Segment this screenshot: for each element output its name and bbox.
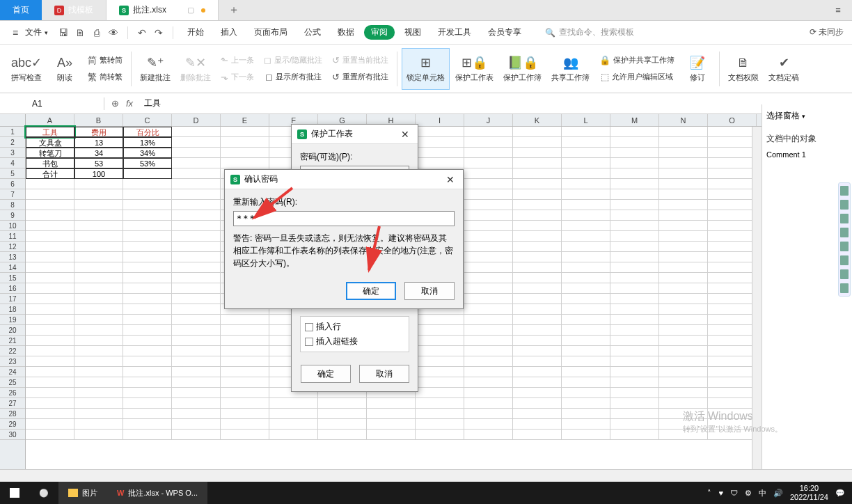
cell[interactable] xyxy=(708,242,757,252)
cell[interactable] xyxy=(123,367,172,377)
cell[interactable] xyxy=(464,252,513,262)
cell[interactable] xyxy=(26,304,74,315)
cell[interactable] xyxy=(562,367,610,377)
redo-icon[interactable]: ↷ xyxy=(152,26,166,40)
cell[interactable] xyxy=(26,283,74,294)
cell[interactable] xyxy=(708,179,757,189)
cell[interactable] xyxy=(26,367,74,377)
taskbar-pictures[interactable]: 图片 xyxy=(58,482,107,504)
row-header[interactable]: 25 xyxy=(0,377,25,388)
cell[interactable] xyxy=(123,409,172,419)
cell[interactable] xyxy=(464,168,513,179)
protect-book-button[interactable]: 📗🔒保护工作簿 xyxy=(499,48,546,90)
cell[interactable] xyxy=(464,419,513,430)
cell[interactable] xyxy=(562,262,610,273)
cell[interactable] xyxy=(74,346,123,356)
cell[interactable] xyxy=(26,262,74,273)
cell[interactable] xyxy=(464,148,513,158)
cell[interactable]: 工具 xyxy=(26,127,74,137)
cell[interactable]: 100 xyxy=(74,168,123,179)
cell[interactable] xyxy=(464,262,513,273)
cell[interactable] xyxy=(464,325,513,336)
cell[interactable] xyxy=(562,283,610,294)
row-header[interactable]: 23 xyxy=(0,356,25,367)
cell[interactable] xyxy=(123,242,172,252)
undo-icon[interactable]: ↶ xyxy=(135,26,149,40)
cell[interactable] xyxy=(659,294,708,304)
cell[interactable] xyxy=(123,252,172,262)
cell[interactable] xyxy=(26,419,74,430)
cell[interactable] xyxy=(221,388,269,398)
menu-formula[interactable]: 公式 xyxy=(297,24,328,41)
row-header[interactable]: 26 xyxy=(0,388,25,398)
tray-shield-icon[interactable]: 🛡 xyxy=(730,489,738,497)
cell[interactable] xyxy=(610,336,659,346)
name-box[interactable]: A1 xyxy=(28,97,104,110)
menu-vip[interactable]: 会员专享 xyxy=(481,24,528,41)
cell[interactable] xyxy=(416,127,464,137)
row-header[interactable]: 29 xyxy=(0,419,25,430)
cell[interactable] xyxy=(172,294,221,304)
cell[interactable] xyxy=(26,388,74,398)
cell[interactable] xyxy=(513,398,562,409)
cell[interactable] xyxy=(172,377,221,388)
sync-status[interactable]: ⟳ 未同步 xyxy=(810,26,844,38)
cell[interactable] xyxy=(464,137,513,148)
cell[interactable] xyxy=(562,210,610,221)
cell[interactable] xyxy=(513,189,562,200)
cell[interactable] xyxy=(123,388,172,398)
cell[interactable] xyxy=(416,137,464,148)
cell[interactable] xyxy=(610,231,659,242)
cell[interactable] xyxy=(74,356,123,367)
cell[interactable] xyxy=(659,252,708,262)
cell[interactable] xyxy=(416,409,464,419)
cell[interactable] xyxy=(610,367,659,377)
row-header[interactable]: 6 xyxy=(0,179,25,189)
file-menu[interactable]: 文件 ▾ xyxy=(25,26,54,38)
cell[interactable] xyxy=(172,200,221,210)
cell[interactable] xyxy=(172,283,221,294)
cell[interactable] xyxy=(464,242,513,252)
cell[interactable] xyxy=(610,137,659,148)
cell[interactable] xyxy=(464,356,513,367)
cell[interactable] xyxy=(708,221,757,231)
cell[interactable] xyxy=(610,127,659,137)
cell[interactable] xyxy=(464,315,513,325)
row-header[interactable]: 4 xyxy=(0,158,25,168)
cell[interactable] xyxy=(513,336,562,346)
cell[interactable] xyxy=(610,283,659,294)
cell[interactable] xyxy=(659,158,708,168)
cell[interactable] xyxy=(221,409,269,419)
cell[interactable] xyxy=(318,430,367,440)
ok-button[interactable]: 确定 xyxy=(346,282,396,300)
cell[interactable] xyxy=(172,325,221,336)
cell[interactable]: 13 xyxy=(74,137,123,148)
row-header[interactable]: 7 xyxy=(0,189,25,200)
cell[interactable] xyxy=(659,304,708,315)
cell[interactable] xyxy=(610,262,659,273)
cell[interactable] xyxy=(123,419,172,430)
cell[interactable] xyxy=(659,283,708,294)
row-header[interactable]: 2 xyxy=(0,137,25,148)
cell[interactable] xyxy=(269,409,318,419)
cell[interactable] xyxy=(513,283,562,294)
cell[interactable] xyxy=(172,231,221,242)
cell[interactable] xyxy=(416,430,464,440)
cell[interactable] xyxy=(26,294,74,304)
save-icon[interactable]: 🖫 xyxy=(56,26,70,40)
cell[interactable] xyxy=(513,262,562,273)
row-header[interactable]: 12 xyxy=(0,242,25,252)
cell[interactable] xyxy=(659,356,708,367)
cell[interactable] xyxy=(659,388,708,398)
cell[interactable] xyxy=(610,148,659,158)
cell[interactable] xyxy=(416,367,464,377)
cell[interactable] xyxy=(513,430,562,440)
cell[interactable] xyxy=(172,189,221,200)
search-button[interactable]: ⚪ xyxy=(29,482,58,504)
cell[interactable] xyxy=(513,346,562,356)
cell[interactable] xyxy=(367,409,416,419)
cell[interactable] xyxy=(123,273,172,283)
row-header[interactable]: 13 xyxy=(0,252,25,262)
file-tab[interactable]: S 批注.xlsx ▢ xyxy=(106,0,219,20)
cell[interactable] xyxy=(74,304,123,315)
